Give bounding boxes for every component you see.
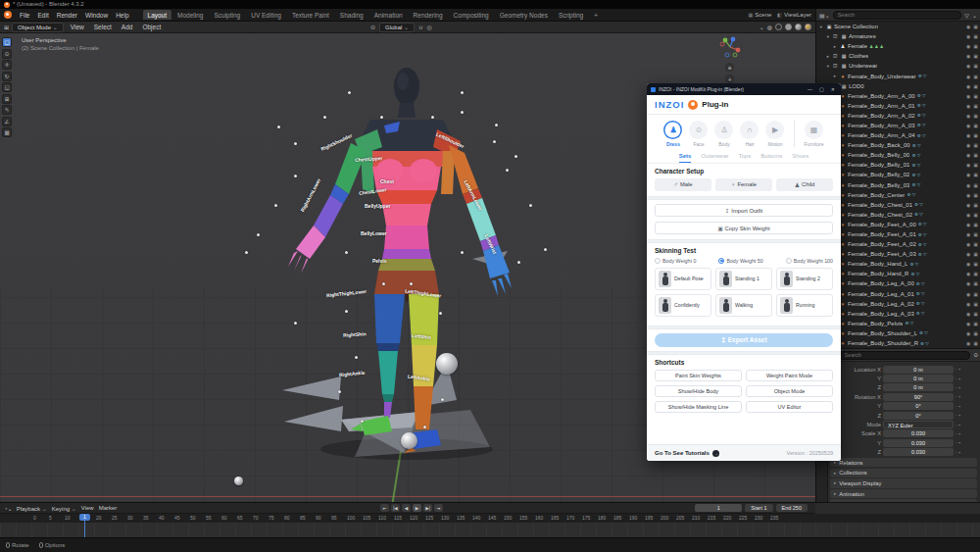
add-cube-tool[interactable]: ▦	[2, 127, 12, 137]
render-visibility-icon[interactable]: ▣	[973, 182, 978, 188]
category-furniture[interactable]: ▦ Furniture	[794, 121, 823, 147]
male-button[interactable]: ♂ Male	[655, 178, 711, 191]
filter-icon[interactable]: ▽	[964, 12, 969, 19]
female-button[interactable]: ♀ Female	[715, 178, 772, 191]
render-visibility-icon[interactable]: ▣	[973, 291, 978, 297]
outliner-item[interactable]: Female_Body_Shoulder_L ◉▣	[816, 328, 980, 338]
plugin-tab[interactable]: Sets	[679, 153, 692, 163]
shortcut-button[interactable]: Show/Hide Body	[655, 385, 742, 397]
next-keyframe-button[interactable]: ▶|	[423, 504, 432, 512]
outliner-item[interactable]: Female_Body_Chest_02 ◉▣	[816, 210, 980, 220]
outliner-item[interactable]: Female_Body_Leg_A_02 ◉▣	[816, 299, 980, 309]
pin-icon[interactable]: ⊙	[973, 352, 978, 358]
timeline-menu[interactable]: View	[81, 505, 94, 512]
render-visibility-icon[interactable]: ▣	[973, 340, 978, 346]
overlays-icon[interactable]: ◍	[767, 24, 772, 30]
zoom-icon[interactable]: ⊕	[725, 63, 734, 72]
value-field[interactable]: 0.030	[883, 429, 954, 437]
decorator-icon[interactable]: ▪	[959, 376, 961, 381]
render-visibility-icon[interactable]: ▣	[973, 53, 978, 59]
hide-icon[interactable]: ◉	[966, 291, 970, 297]
outliner-item[interactable]: Female_Body_Feet_A_01 ◉▣	[816, 229, 980, 239]
hide-icon[interactable]: ◉	[966, 53, 970, 59]
body-weight-radio[interactable]: Body Weight 100	[786, 258, 833, 264]
outliner-item[interactable]: Female_Body_Belly_01 ◉▣	[816, 160, 980, 170]
select-box-tool[interactable]: ▢	[2, 37, 12, 47]
render-visibility-icon[interactable]: ▣	[973, 280, 978, 286]
menu-item[interactable]: File	[16, 11, 33, 20]
child-button[interactable]: ♟ Child	[776, 178, 833, 191]
decorator-icon[interactable]: ▪	[959, 450, 961, 455]
outliner-item[interactable]: Female_Body_Feet_A_00 ◉▣	[816, 220, 980, 229]
render-visibility-icon[interactable]: ▣	[973, 103, 978, 109]
animate-icon[interactable]: ◦	[956, 394, 957, 399]
plugin-tab[interactable]: Bottoms	[760, 153, 782, 163]
render-visibility-icon[interactable]: ▣	[973, 33, 978, 39]
outliner-item[interactable]: Female_Body_Back_00 ◉▣	[816, 140, 980, 150]
render-visibility-icon[interactable]: ▣	[973, 241, 978, 247]
hide-icon[interactable]: ◉	[966, 192, 970, 198]
outliner-item[interactable]: Female_Body_Arm_A_01 ◉▣	[816, 101, 980, 111]
outliner-item[interactable]: Female_Body_Arm_A_02 ◉▣	[816, 111, 980, 121]
category-dress[interactable]: ♟ Dress	[663, 121, 682, 147]
workspace-tab[interactable]: UV Editing	[246, 10, 286, 20]
render-visibility-icon[interactable]: ▣	[973, 132, 978, 138]
render-visibility-icon[interactable]: ▣	[973, 311, 978, 317]
workspace-tab[interactable]: Texture Paint	[287, 10, 334, 20]
render-visibility-icon[interactable]: ▣	[973, 83, 978, 89]
hide-icon[interactable]: ◉	[966, 340, 970, 346]
outliner-item[interactable]: Female_Body_Hand_R ◉▣	[816, 269, 980, 278]
timeline-menu[interactable]: Marker	[99, 505, 118, 512]
outliner-item[interactable]: Female_Body_Hand_L ◉▣	[816, 259, 980, 269]
menu-item[interactable]: Edit	[33, 11, 52, 20]
current-frame-field[interactable]: 1	[695, 504, 742, 512]
outliner-editor-icon[interactable]: ▤⌄	[819, 12, 830, 19]
workspace-tab[interactable]: +	[589, 10, 603, 20]
decorator-icon[interactable]: ▪	[959, 367, 961, 372]
collection-checkbox-icon[interactable]	[833, 63, 839, 69]
outliner-item[interactable]: Female_Body_Feet_A_02 ◉▣	[816, 239, 980, 249]
outliner-item[interactable]: Female_Body_Belly_03 ◉▣	[816, 180, 980, 190]
render-visibility-icon[interactable]: ▣	[973, 172, 978, 177]
outliner-item[interactable]: Female_Body_Shoulder_R ◉▣	[816, 338, 980, 348]
playhead-badge[interactable]: 1	[79, 514, 90, 521]
body-weight-radio[interactable]: Body Weight 50	[718, 258, 762, 264]
pose-button[interactable]: Running	[776, 294, 833, 317]
render-visibility-icon[interactable]: ▣	[973, 162, 978, 168]
solid-shading-icon[interactable]	[785, 24, 792, 30]
decorator-icon[interactable]: ▪	[959, 423, 961, 427]
pose-button[interactable]: Default Pose	[655, 268, 711, 290]
render-visibility-icon[interactable]: ▣	[973, 113, 978, 119]
viewport-menu[interactable]: Select	[90, 23, 116, 31]
timeline-track[interactable]	[0, 523, 980, 537]
animate-icon[interactable]: ◦	[956, 423, 957, 427]
collapsed-panel[interactable]: ▸ Viewport Display	[830, 478, 977, 487]
workspace-tab[interactable]: Compositing	[449, 10, 494, 20]
hide-icon[interactable]: ◉	[966, 152, 970, 158]
hide-icon[interactable]: ◉	[966, 280, 970, 286]
outliner-item[interactable]: Female_Body_Belly_02 ◉▣	[816, 170, 980, 179]
move-tool[interactable]: ✛	[2, 60, 12, 70]
scene-selector[interactable]: ▦Scene	[749, 12, 772, 18]
outliner-item[interactable]: Armatures ◉▣	[816, 31, 980, 41]
outliner-item[interactable]: Female_Body_Pelvis ◉▣	[816, 319, 980, 328]
hide-icon[interactable]: ◉	[966, 63, 970, 69]
decorator-icon[interactable]: ▪	[959, 440, 961, 445]
expander-icon[interactable]	[825, 34, 831, 39]
pose-button[interactable]: Standing 1	[715, 268, 772, 290]
value-field[interactable]: 0.030	[883, 448, 954, 456]
rotate-tool[interactable]: ↻	[2, 72, 12, 81]
value-field[interactable]: 0 m	[883, 375, 954, 382]
hide-icon[interactable]: ◉	[966, 83, 970, 89]
plugin-tab[interactable]: Outerwear	[701, 153, 728, 163]
timeline-menu[interactable]: Keying	[52, 505, 76, 512]
proportional-edit-icon[interactable]: ◎	[426, 24, 431, 30]
render-visibility-icon[interactable]: ▣	[973, 43, 978, 49]
animate-icon[interactable]: ◦	[956, 431, 957, 436]
wireframe-shading-icon[interactable]	[775, 24, 782, 30]
bone-sphere[interactable]	[234, 477, 243, 485]
hide-icon[interactable]: ◉	[966, 311, 970, 317]
decorator-icon[interactable]: ▪	[959, 404, 961, 409]
hide-icon[interactable]: ◉	[966, 222, 970, 227]
annotate-tool[interactable]: ✎	[2, 105, 12, 115]
